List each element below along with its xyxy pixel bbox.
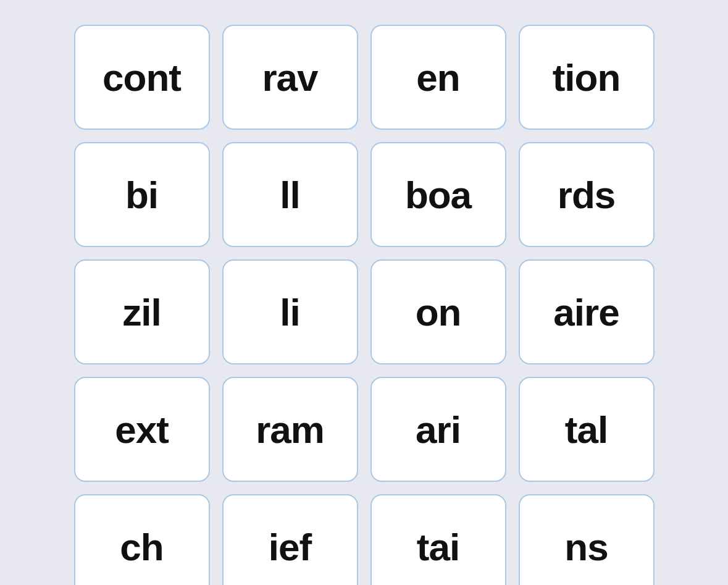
card-7[interactable]: boa [370, 142, 506, 247]
card-12[interactable]: aire [519, 259, 655, 364]
card-8[interactable]: rds [519, 142, 655, 247]
card-4-text: tion [553, 56, 621, 99]
card-16-text: tal [565, 408, 608, 452]
card-14-text: ram [256, 408, 324, 452]
card-13[interactable]: ext [74, 377, 210, 482]
card-2[interactable]: rav [222, 25, 358, 130]
card-6[interactable]: ll [222, 142, 358, 247]
card-20[interactable]: ns [519, 494, 655, 585]
word-cards-grid: contraventionbillboardszillionaireextram… [49, 0, 679, 585]
card-14[interactable]: ram [222, 377, 358, 482]
card-5-text: bi [125, 173, 158, 217]
card-4[interactable]: tion [519, 25, 655, 130]
card-7-text: boa [405, 173, 471, 217]
card-9[interactable]: zil [74, 259, 210, 364]
card-18[interactable]: ief [222, 494, 358, 585]
card-11-text: on [416, 290, 461, 334]
card-12-text: aire [553, 290, 619, 334]
card-3[interactable]: en [370, 25, 506, 130]
card-15-text: ari [416, 408, 461, 452]
card-17[interactable]: ch [74, 494, 210, 585]
card-15[interactable]: ari [370, 377, 506, 482]
card-19-text: tai [417, 525, 459, 569]
card-8-text: rds [558, 173, 615, 217]
card-9-text: zil [122, 290, 161, 334]
card-11[interactable]: on [370, 259, 506, 364]
card-6-text: ll [280, 173, 299, 217]
card-17-text: ch [120, 525, 163, 569]
card-5[interactable]: bi [74, 142, 210, 247]
card-16[interactable]: tal [519, 377, 655, 482]
card-19[interactable]: tai [370, 494, 506, 585]
card-3-text: en [416, 56, 459, 99]
card-1-text: cont [103, 56, 181, 99]
card-10[interactable]: li [222, 259, 358, 364]
card-13-text: ext [115, 408, 169, 452]
card-20-text: ns [564, 525, 608, 569]
card-2-text: rav [262, 56, 317, 99]
card-18-text: ief [269, 525, 311, 569]
card-1[interactable]: cont [74, 25, 210, 130]
card-10-text: li [280, 290, 299, 334]
